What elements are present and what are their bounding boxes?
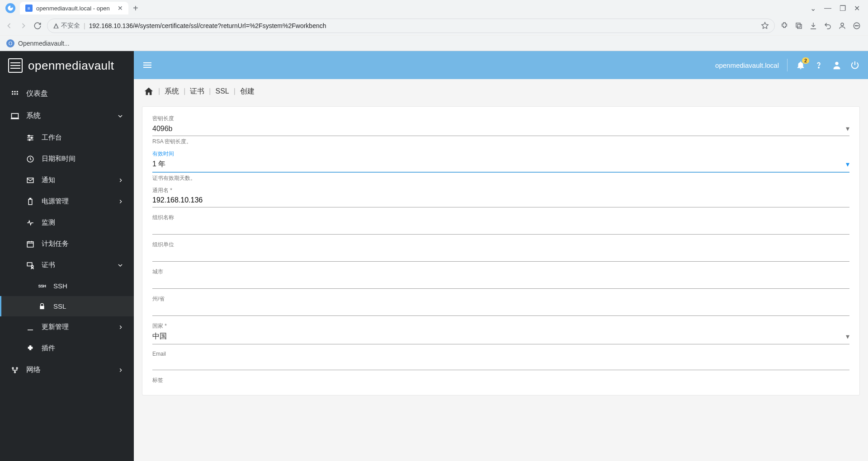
svg-rect-13 [12,113,19,118]
extensions-icon[interactable] [780,22,788,30]
toolbar-right [780,22,863,30]
insecure-label: 不安全 [61,22,80,30]
crumb-ssl[interactable]: SSL [215,87,229,95]
nav-dashboard[interactable]: 仪表盘 [0,83,134,105]
field-org[interactable]: 组织名称 [152,214,849,235]
svg-point-14 [28,135,30,136]
field-common-name[interactable]: 通用名 * [152,187,849,207]
new-tab-button[interactable]: + [133,3,138,14]
crumb-cert[interactable]: 证书 [190,87,204,96]
ou-input[interactable] [152,250,849,259]
nav-network[interactable]: 网络 [0,359,134,381]
state-input[interactable] [152,305,849,313]
window-controls: ⌄ — ❐ ✕ [810,4,865,13]
svg-point-16 [29,139,30,141]
nav-back-icon[interactable] [5,21,14,30]
more-icon[interactable] [853,22,861,30]
nav-forward-icon[interactable] [19,21,28,30]
nav-reload-icon[interactable] [33,22,42,30]
dropdown-icon: ▾ [846,124,849,133]
window-minimize-icon[interactable]: — [824,4,831,13]
svg-point-26 [835,62,838,65]
svg-point-6 [858,25,859,26]
power-icon[interactable] [850,60,860,70]
nav-plugins[interactable]: 插件 [0,338,134,359]
svg-rect-8 [14,91,16,92]
bookmark-bar: O Openmediavault... [0,35,868,51]
ssh-icon: SSH [37,284,47,288]
window-close-icon[interactable]: ✕ [854,4,860,13]
field-country[interactable]: 国家 * 中国▾ [152,322,849,344]
nav-power[interactable]: 电源管理 [0,191,134,212]
dropdown-icon: ▾ [846,160,849,169]
svg-rect-1 [796,23,800,27]
bookmark-item[interactable]: Openmediavault... [18,40,70,47]
ssl-create-form: 密钥长度 4096b▾ RSA 密钥长度。 有效时间 1 年▾ 证书有效期天数。… [142,106,860,395]
user-icon[interactable] [832,60,842,70]
org-input[interactable] [152,223,849,231]
crumb-system[interactable]: 系统 [165,87,179,96]
nav-notification[interactable]: 通知 [0,169,134,191]
svg-rect-12 [17,93,18,94]
address-bar[interactable]: 不安全 | 192.168.10.136/#/system/certificat… [47,19,775,33]
svg-point-24 [14,372,16,373]
nav-update[interactable]: 更新管理 [0,316,134,338]
breadcrumb: | 系统 | 证书 | SSL | 创建 [134,79,868,103]
svg-point-23 [16,367,18,369]
email-input[interactable] [152,359,849,367]
svg-point-25 [818,67,819,68]
svg-point-15 [31,137,33,138]
download-icon[interactable] [809,22,817,30]
chevron-down-icon [117,262,124,269]
nav-datetime[interactable]: 日期和时间 [0,148,134,169]
tab-close-icon[interactable]: ✕ [118,5,123,12]
window-menu-icon[interactable]: ⌄ [810,4,816,13]
clock-icon [25,155,35,163]
svg-rect-19 [27,241,33,247]
field-email[interactable]: Email [152,351,849,370]
insecure-warning: 不安全 [53,22,80,30]
window-maximize-icon[interactable]: ❐ [840,4,846,13]
home-icon[interactable] [144,86,154,96]
nav-ssl[interactable]: SSL [0,296,134,316]
notifications-button[interactable]: 2 [796,60,806,70]
sidebar: openmediavault 仪表盘 系统 工作台 日期和时间 通 [0,51,134,461]
certificate-icon [25,261,35,269]
main-panel: openmediavault.local 2 | 系统 | 证书 | SSL |… [134,51,868,461]
svg-point-4 [855,25,856,26]
field-city[interactable]: 城市 [152,268,849,289]
browser-tab[interactable]: ≡ openmediavault.local - open ✕ [20,2,128,14]
chevron-down-icon [117,113,124,120]
laptop-icon [10,112,20,121]
nav-schedule[interactable]: 计划任务 [0,233,134,254]
nav-monitor[interactable]: 监测 [0,212,134,233]
chevron-right-icon [118,198,124,205]
menu-toggle-icon[interactable] [142,60,153,71]
bookmark-star-icon[interactable] [761,22,769,30]
crumb-create[interactable]: 创建 [240,87,255,96]
undo-icon[interactable] [824,22,832,30]
field-state[interactable]: 州/省 [152,295,849,316]
cn-input[interactable] [152,196,849,204]
network-icon [10,366,20,374]
nav-system[interactable]: 系统 [0,105,134,127]
field-tag[interactable]: 标签 [152,376,849,385]
app-logo[interactable]: openmediavault [0,51,134,80]
logo-text: openmediavault [28,59,114,73]
copy-icon[interactable] [795,22,803,30]
field-keylength[interactable]: 密钥长度 4096b▾ [152,115,849,136]
svg-rect-7 [12,91,13,92]
mail-icon [25,176,35,184]
help-icon[interactable] [814,60,824,70]
field-validity[interactable]: 有效时间 1 年▾ [152,150,849,173]
field-ou[interactable]: 组织单位 [152,241,849,262]
profile-icon[interactable] [838,22,846,30]
nav-list: 仪表盘 系统 工作台 日期和时间 通知 电源管理 [0,80,134,384]
city-input[interactable] [152,278,849,286]
nav-cert[interactable]: 证书 [0,254,134,276]
battery-icon [25,198,35,206]
tune-icon [25,134,35,142]
svg-rect-0 [797,24,802,28]
nav-workbench[interactable]: 工作台 [0,127,134,148]
nav-ssh[interactable]: SSH SSH [0,276,134,296]
